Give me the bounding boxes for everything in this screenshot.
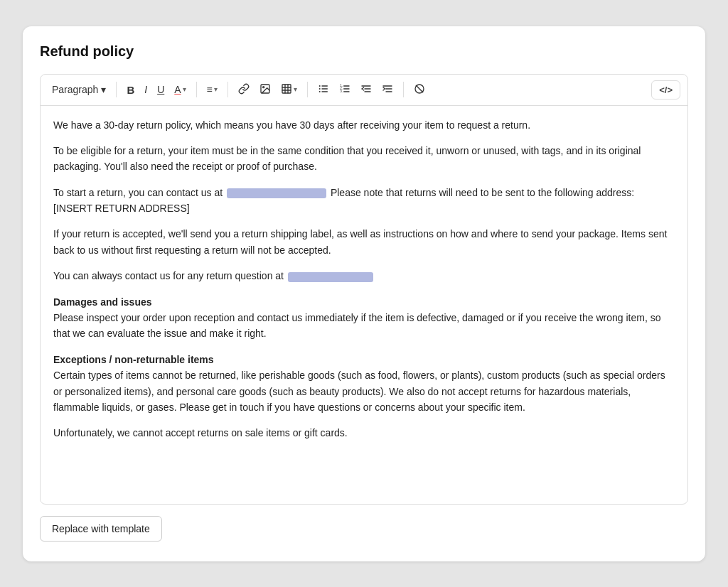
chevron-down-icon: ▾ <box>101 84 106 95</box>
ordered-list-button[interactable]: 1.2.3. <box>335 80 355 99</box>
blurred-email-2 <box>288 272 373 282</box>
editor-body[interactable]: We have a 30-day return policy, which me… <box>41 106 687 504</box>
para-5: You can always contact us for any return… <box>53 268 675 284</box>
toolbar-divider-4 <box>307 82 308 97</box>
ordered-list-icon: 1.2.3. <box>339 83 350 96</box>
editor-toolbar: Paragraph ▾ B I U A ▾ ≡ ▾ <box>41 75 687 106</box>
svg-point-1 <box>262 87 264 88</box>
underline-button[interactable]: U <box>153 82 168 97</box>
indent-icon <box>382 83 393 96</box>
chevron-down-icon: ▾ <box>214 86 218 93</box>
para-2: To be eligible for a return, your item m… <box>53 143 675 175</box>
bullet-list-icon <box>318 83 329 96</box>
exceptions-section: Exceptions / non-returnable items Certai… <box>53 352 675 416</box>
bullet-list-button[interactable] <box>314 80 333 99</box>
indent-button[interactable] <box>378 80 397 99</box>
bottom-bar: Replace with template <box>40 505 688 544</box>
svg-line-26 <box>416 85 422 92</box>
bold-button[interactable]: B <box>122 82 139 98</box>
refund-policy-card: Refund policy Paragraph ▾ B I U A ▾ ≡ ▾ <box>23 26 705 561</box>
svg-rect-2 <box>282 85 291 93</box>
align-icon: ≡ <box>207 85 213 95</box>
align-button[interactable]: ≡ ▾ <box>203 82 222 97</box>
sale-items-para: Unfortunately, we cannot accept returns … <box>53 425 675 441</box>
outdent-button[interactable] <box>356 80 376 99</box>
table-button[interactable]: ▾ <box>277 80 301 99</box>
toolbar-divider-3 <box>228 82 228 97</box>
replace-with-template-button[interactable]: Replace with template <box>40 516 162 542</box>
table-icon <box>281 83 292 96</box>
font-color-label: A <box>174 85 181 95</box>
toolbar-divider-1 <box>116 82 117 97</box>
exceptions-heading: Exceptions / non-returnable items <box>53 354 214 365</box>
para-3: To start a return, you can contact us at… <box>53 185 675 217</box>
chevron-down-icon: ▾ <box>183 86 186 93</box>
svg-point-12 <box>318 91 320 92</box>
svg-point-10 <box>318 85 320 87</box>
font-color-button[interactable]: A ▾ <box>170 82 190 97</box>
toolbar-divider-5 <box>403 82 404 97</box>
italic-button[interactable]: I <box>140 82 151 97</box>
chevron-down-icon: ▾ <box>294 86 297 93</box>
clear-format-button[interactable] <box>410 80 429 99</box>
rich-text-editor: Paragraph ▾ B I U A ▾ ≡ ▾ <box>40 74 688 505</box>
link-button[interactable] <box>234 80 254 99</box>
para-4: If your return is accepted, we'll send y… <box>53 226 675 258</box>
damages-text: Please inspect your order upon reception… <box>53 312 660 339</box>
image-icon <box>259 83 271 96</box>
exceptions-text: Certain types of items cannot be returne… <box>53 370 665 413</box>
damages-heading: Damages and issues <box>53 296 152 308</box>
svg-text:3.: 3. <box>340 90 343 93</box>
link-icon <box>238 83 250 96</box>
clear-format-icon <box>414 83 425 96</box>
paragraph-style-select[interactable]: Paragraph ▾ <box>48 81 110 98</box>
source-code-button[interactable]: </> <box>651 80 680 99</box>
outdent-icon <box>360 83 372 96</box>
damages-section: Damages and issues Please inspect your o… <box>53 294 675 342</box>
blurred-email-1 <box>227 188 326 198</box>
para-1: We have a 30-day return policy, which me… <box>53 117 675 133</box>
svg-point-11 <box>318 88 320 90</box>
image-button[interactable] <box>255 80 275 99</box>
page-title: Refund policy <box>40 43 688 60</box>
toolbar-divider-2 <box>196 82 197 97</box>
